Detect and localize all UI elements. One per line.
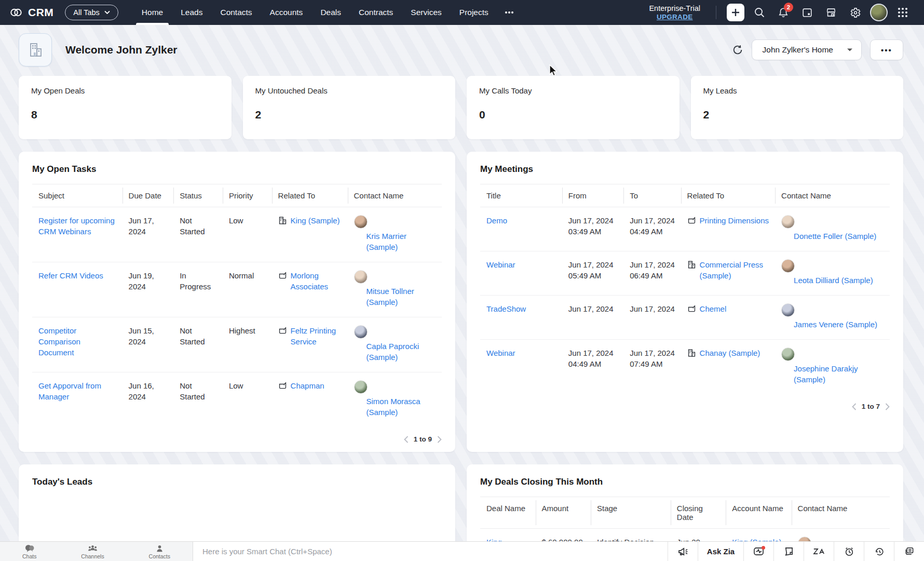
related-to-link[interactable]: Morlong Associates xyxy=(291,270,343,292)
tab-services[interactable]: Services xyxy=(402,0,450,25)
related-to-link[interactable]: Chanay (Sample) xyxy=(700,348,760,358)
header-more-button[interactable]: ••• xyxy=(870,39,903,60)
col-contact-name[interactable]: Contact Name xyxy=(348,184,442,207)
col-priority[interactable]: Priority xyxy=(223,184,272,207)
prev-page-icon[interactable] xyxy=(404,436,409,443)
col-related-to[interactable]: Related To xyxy=(681,184,775,207)
related-to-link[interactable]: Chapman xyxy=(291,380,324,391)
col-to[interactable]: To xyxy=(623,184,681,207)
contact-link[interactable]: James Venere (Sample) xyxy=(781,319,885,330)
contact-link[interactable]: Capla Paprocki (Sample) xyxy=(354,341,437,363)
contact-link[interactable]: Donette Foller (Sample) xyxy=(781,231,885,242)
search-button[interactable] xyxy=(748,0,771,25)
notifications-button[interactable]: 2 xyxy=(771,0,795,25)
contact-link[interactable]: Kris Marrier (Sample) xyxy=(354,231,437,252)
ask-zia-button[interactable]: Ask Zia xyxy=(698,542,743,561)
stat-card-open-deals[interactable]: My Open Deals 8 xyxy=(19,76,232,139)
col-status[interactable]: Status xyxy=(173,184,223,207)
col-stage[interactable]: Stage xyxy=(591,497,671,528)
meeting-title-link[interactable]: Webinar xyxy=(486,349,515,357)
avatar xyxy=(781,303,795,317)
chat-bubbles-icon xyxy=(24,544,34,553)
contacts-tab[interactable]: Contacts xyxy=(149,544,170,559)
col-contact-name[interactable]: Contact Name xyxy=(792,497,890,528)
tab-accounts[interactable]: Accounts xyxy=(261,0,312,25)
chevron-down-icon xyxy=(104,10,110,15)
history-button[interactable] xyxy=(864,542,894,561)
col-subject[interactable]: Subject xyxy=(32,184,123,207)
col-due-date[interactable]: Due Date xyxy=(123,184,174,207)
meeting-title-link[interactable]: Demo xyxy=(486,216,507,225)
announcements-button[interactable] xyxy=(668,542,698,561)
quick-create-button[interactable] xyxy=(724,0,748,25)
task-subject-link[interactable]: Competitor Comparison Document xyxy=(38,326,80,357)
meeting-to: Jun 17, 2024 07:49 AM xyxy=(623,348,681,385)
table-row: Refer CRM Videos Jun 19, 2024 In Progres… xyxy=(32,262,442,317)
col-from[interactable]: From xyxy=(562,184,623,207)
table-header: Subject Due Date Status Priority Related… xyxy=(32,184,442,207)
tab-contracts[interactable]: Contracts xyxy=(350,0,402,25)
task-subject-link[interactable]: Refer CRM Videos xyxy=(38,271,103,280)
contact-link[interactable]: Mitsue Tollner (Sample) xyxy=(354,286,437,308)
stat-card-my-leads[interactable]: My Leads 2 xyxy=(691,76,904,139)
meeting-title-link[interactable]: Webinar xyxy=(486,260,515,269)
tab-leads[interactable]: Leads xyxy=(172,0,211,25)
tab-deals[interactable]: Deals xyxy=(311,0,350,25)
chats-tab[interactable]: Chats xyxy=(22,543,36,559)
zia-notebook-button[interactable] xyxy=(804,542,834,561)
meeting-to: Jun 17, 2024 04:49 AM xyxy=(623,215,681,242)
home-view-selector[interactable]: John Zylker's Home xyxy=(752,39,862,60)
upgrade-link[interactable]: UPGRADE xyxy=(649,13,700,22)
table-row: TradeShow Jun 17, 2024 Jun 17, 2024 Chem… xyxy=(480,296,890,340)
table-row: Get Apporval from Manager Jun 16, 2024 N… xyxy=(32,372,442,427)
task-subject-link[interactable]: Register for upcoming CRM Webinars xyxy=(38,216,115,236)
zia-insights-button[interactable] xyxy=(743,542,773,561)
tab-contacts[interactable]: Contacts xyxy=(211,0,261,25)
col-account-name[interactable]: Account Name xyxy=(726,497,791,528)
contact-link[interactable]: Simon Morasca (Sample) xyxy=(354,396,437,418)
apps-grid-button[interactable] xyxy=(891,0,915,25)
avatar xyxy=(354,215,368,229)
more-tabs-button[interactable] xyxy=(497,0,521,25)
related-to-link[interactable]: King (Sample) xyxy=(291,215,340,226)
task-priority: Low xyxy=(223,380,272,418)
settings-button[interactable] xyxy=(843,0,867,25)
avatar xyxy=(781,348,795,361)
user-avatar[interactable] xyxy=(867,0,891,25)
col-related-to[interactable]: Related To xyxy=(272,184,348,207)
module-tabs: Home Leads Contacts Accounts Deals Contr… xyxy=(133,0,521,25)
brand[interactable]: CRM xyxy=(9,6,53,19)
tab-home[interactable]: Home xyxy=(133,0,172,25)
next-page-icon[interactable] xyxy=(437,436,442,443)
pagination: 1 to 9 xyxy=(19,427,455,443)
all-tabs-dropdown[interactable]: All Tabs xyxy=(65,5,118,20)
related-to-link[interactable]: Chemel xyxy=(700,303,727,314)
related-to-link[interactable]: Feltz Printing Service xyxy=(291,325,343,347)
meeting-title-link[interactable]: TradeShow xyxy=(486,304,526,313)
col-deal-name[interactable]: Deal Name xyxy=(480,497,536,528)
col-title[interactable]: Title xyxy=(480,184,562,207)
prev-page-icon[interactable] xyxy=(852,403,857,410)
stat-card-calls-today[interactable]: My Calls Today 0 xyxy=(467,76,680,139)
marketplace-button[interactable] xyxy=(819,0,843,25)
col-contact-name[interactable]: Contact Name xyxy=(775,184,890,207)
stat-value: 2 xyxy=(703,109,891,121)
recent-items-button[interactable] xyxy=(894,542,924,561)
refresh-icon[interactable] xyxy=(732,44,743,56)
contact-link[interactable]: Leota Dilliard (Sample) xyxy=(781,275,885,286)
channels-tab[interactable]: Channels xyxy=(81,544,104,559)
contact-link[interactable]: Josephine Darakjy (Sample) xyxy=(781,363,885,385)
next-page-icon[interactable] xyxy=(885,403,890,410)
col-amount[interactable]: Amount xyxy=(536,497,591,528)
calendar-button[interactable] xyxy=(795,0,819,25)
stat-label: My Calls Today xyxy=(479,86,667,95)
stat-card-untouched-deals[interactable]: My Untouched Deals 2 xyxy=(243,76,456,139)
tab-projects[interactable]: Projects xyxy=(451,0,497,25)
notes-button[interactable] xyxy=(773,542,804,561)
smart-chat-input[interactable] xyxy=(193,542,668,561)
related-to-link[interactable]: Printing Dimensions xyxy=(700,215,769,226)
task-subject-link[interactable]: Get Apporval from Manager xyxy=(38,381,101,401)
col-closing-date[interactable]: Closing Date xyxy=(671,497,726,528)
reminders-button[interactable] xyxy=(834,542,864,561)
related-to-link[interactable]: Commercial Press (Sample) xyxy=(700,259,770,281)
